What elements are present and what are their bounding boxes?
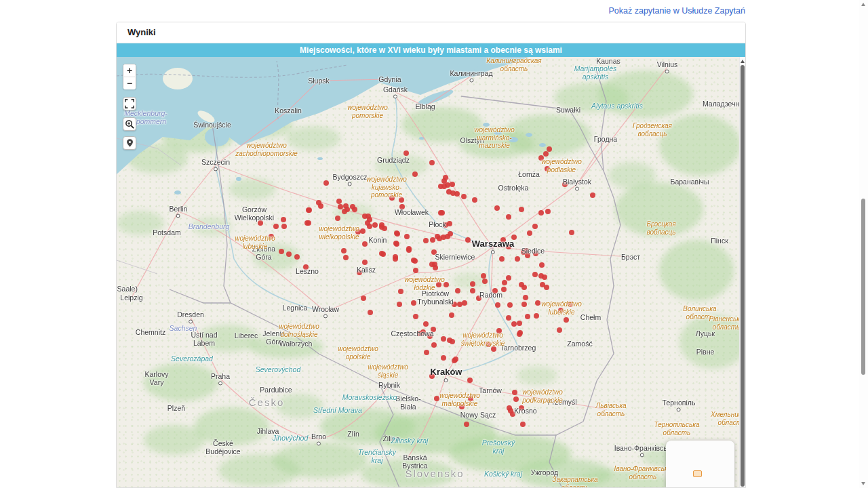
result-point[interactable] bbox=[506, 244, 511, 249]
result-point[interactable] bbox=[281, 217, 286, 222]
result-point[interactable] bbox=[352, 207, 357, 212]
result-point[interactable] bbox=[499, 256, 505, 262]
result-point[interactable] bbox=[420, 329, 426, 335]
result-point[interactable] bbox=[464, 422, 469, 427]
result-point[interactable] bbox=[341, 248, 347, 253]
result-point[interactable] bbox=[393, 241, 399, 246]
result-point[interactable] bbox=[429, 160, 435, 165]
result-point[interactable] bbox=[558, 308, 564, 313]
result-point[interactable] bbox=[427, 333, 433, 339]
result-point[interactable] bbox=[429, 373, 435, 379]
result-point[interactable] bbox=[517, 331, 522, 337]
page-scrollbar[interactable] bbox=[859, 0, 868, 488]
scroll-up-arrow-icon[interactable] bbox=[741, 60, 745, 63]
map-canvas[interactable]: BerlinPotsdamLeipzig(Saale)DresdenChemni… bbox=[117, 57, 739, 488]
result-point[interactable] bbox=[501, 287, 507, 292]
result-point[interactable] bbox=[413, 268, 418, 273]
result-point[interactable] bbox=[494, 205, 500, 211]
result-point[interactable] bbox=[343, 255, 349, 260]
result-point[interactable] bbox=[470, 281, 475, 287]
zoom-in-button[interactable]: + bbox=[123, 64, 136, 77]
result-point[interactable] bbox=[459, 404, 465, 409]
result-point[interactable] bbox=[455, 288, 460, 293]
result-point[interactable] bbox=[368, 310, 373, 315]
result-point[interactable] bbox=[441, 355, 446, 361]
result-point[interactable] bbox=[441, 235, 446, 240]
result-point[interactable] bbox=[361, 296, 366, 301]
result-point[interactable] bbox=[491, 346, 496, 352]
result-point[interactable] bbox=[534, 313, 539, 319]
result-point[interactable] bbox=[519, 207, 524, 212]
result-point[interactable] bbox=[294, 254, 300, 260]
result-point[interactable] bbox=[273, 224, 279, 229]
result-point[interactable] bbox=[538, 210, 544, 216]
result-point[interactable] bbox=[506, 315, 511, 321]
result-point[interactable] bbox=[307, 207, 312, 213]
fullscreen-button[interactable] bbox=[123, 97, 136, 110]
result-point[interactable] bbox=[539, 262, 545, 268]
result-point[interactable] bbox=[439, 210, 445, 216]
result-point[interactable] bbox=[506, 275, 511, 281]
result-point[interactable] bbox=[336, 199, 342, 204]
result-point[interactable] bbox=[443, 175, 448, 180]
result-point[interactable] bbox=[379, 224, 384, 230]
result-point[interactable] bbox=[450, 182, 455, 187]
page-scroll-down-icon[interactable] bbox=[861, 482, 865, 485]
result-point[interactable] bbox=[362, 241, 368, 247]
result-point[interactable] bbox=[543, 151, 549, 157]
result-point[interactable] bbox=[412, 171, 418, 177]
result-point[interactable] bbox=[486, 342, 491, 347]
result-point[interactable] bbox=[547, 146, 552, 152]
result-point[interactable] bbox=[465, 237, 471, 243]
result-point[interactable] bbox=[450, 339, 455, 344]
result-point[interactable] bbox=[379, 251, 384, 256]
result-point[interactable] bbox=[404, 234, 410, 239]
result-point[interactable] bbox=[468, 396, 473, 401]
result-point[interactable] bbox=[389, 195, 395, 201]
result-point[interactable] bbox=[511, 321, 517, 327]
result-point[interactable] bbox=[286, 251, 292, 257]
result-point[interactable] bbox=[441, 184, 447, 189]
result-point[interactable] bbox=[306, 220, 311, 226]
result-point[interactable] bbox=[481, 273, 486, 279]
result-point[interactable] bbox=[449, 312, 454, 318]
result-point[interactable] bbox=[495, 302, 500, 308]
result-point[interactable] bbox=[342, 209, 347, 214]
result-point[interactable] bbox=[413, 314, 418, 319]
result-point[interactable] bbox=[525, 314, 530, 319]
result-point[interactable] bbox=[532, 224, 538, 229]
result-point[interactable] bbox=[527, 230, 532, 236]
result-point[interactable] bbox=[443, 282, 449, 287]
result-point[interactable] bbox=[367, 224, 372, 229]
result-point[interactable] bbox=[399, 197, 404, 203]
result-point[interactable] bbox=[362, 260, 368, 265]
result-point[interactable] bbox=[360, 228, 366, 234]
result-point[interactable] bbox=[521, 285, 527, 290]
result-point[interactable] bbox=[393, 256, 398, 262]
result-point[interactable] bbox=[557, 327, 562, 333]
page-scroll-up-icon[interactable] bbox=[861, 3, 865, 6]
result-point[interactable] bbox=[568, 302, 573, 307]
result-point[interactable] bbox=[441, 336, 446, 342]
result-point[interactable] bbox=[542, 274, 547, 280]
result-point[interactable] bbox=[538, 155, 544, 161]
result-point[interactable] bbox=[323, 180, 329, 186]
result-point[interactable] bbox=[432, 262, 437, 267]
result-point[interactable] bbox=[510, 411, 515, 417]
result-point[interactable] bbox=[525, 253, 530, 258]
result-point[interactable] bbox=[496, 328, 502, 333]
result-point[interactable] bbox=[431, 327, 436, 332]
result-point[interactable] bbox=[520, 422, 526, 427]
result-point[interactable] bbox=[519, 405, 524, 411]
result-point[interactable] bbox=[411, 258, 416, 263]
result-point[interactable] bbox=[476, 296, 481, 301]
result-point[interactable] bbox=[562, 182, 568, 187]
result-point[interactable] bbox=[269, 234, 274, 239]
result-point[interactable] bbox=[533, 251, 538, 256]
result-point[interactable] bbox=[492, 288, 498, 293]
result-point[interactable] bbox=[506, 214, 511, 220]
result-point[interactable] bbox=[395, 231, 400, 237]
result-point[interactable] bbox=[517, 321, 522, 326]
result-point[interactable] bbox=[399, 204, 405, 209]
result-point[interactable] bbox=[447, 221, 452, 226]
